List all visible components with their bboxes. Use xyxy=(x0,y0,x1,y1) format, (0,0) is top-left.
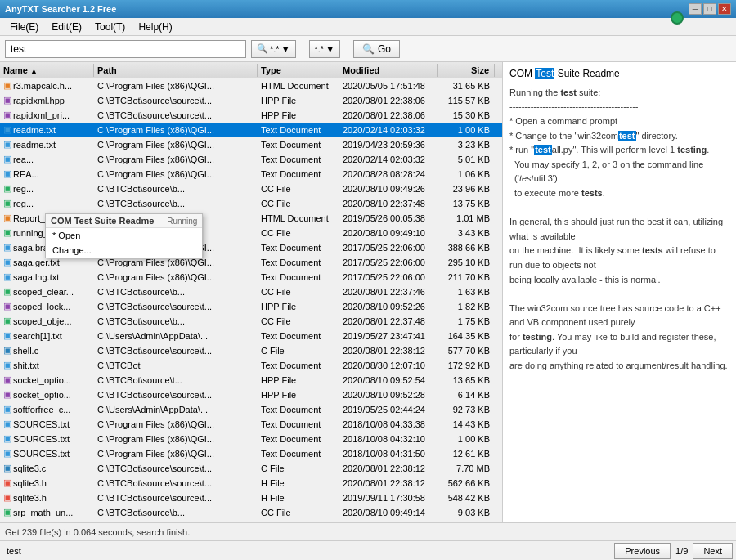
cell-size: 12.61 KB xyxy=(438,448,495,459)
maximize-button[interactable]: □ xyxy=(703,3,716,15)
cell-modified: 2020/08/10 09:49:14 xyxy=(339,507,438,518)
table-row[interactable]: ▣ search[1].txt C:\Users\Admin\AppData\.… xyxy=(0,329,502,343)
cell-type: H File xyxy=(258,522,339,523)
filter-button[interactable]: 🔍 *.* ▼ xyxy=(251,40,296,58)
cell-type: Text Document xyxy=(258,242,339,253)
menu-edit[interactable]: Edit(E) xyxy=(45,20,88,34)
cell-type: Text Document xyxy=(258,448,339,459)
table-row[interactable]: ▣ sqlite3.c C:\BTCBot\source\source\t...… xyxy=(0,461,502,476)
cell-size: 6.14 KB xyxy=(438,389,495,401)
col-header-type[interactable]: Type xyxy=(258,64,339,77)
table-row[interactable]: ▣ socket_optio... C:\BTCBot\source\t... … xyxy=(0,373,502,388)
cell-size: 3.31 KB xyxy=(438,522,495,523)
minimize-button[interactable]: ─ xyxy=(689,3,702,15)
search-go-button[interactable]: 🔍 Go xyxy=(353,40,400,58)
cell-modified: 2020/08/10 22:37:48 xyxy=(339,198,438,209)
file-type-icon: ▣ xyxy=(3,168,11,179)
table-row[interactable]: ▣ scoped_clear... C:\BTCBot\source\b... … xyxy=(0,284,502,299)
cell-modified: 2020/08/01 22:37:48 xyxy=(339,316,438,327)
cell-modified: 2017/05/25 22:06:00 xyxy=(339,271,438,283)
menu-tool[interactable]: Tool(T) xyxy=(88,20,132,34)
table-row[interactable]: ▣ shell.c C:\BTCBot\source\source\t... C… xyxy=(0,343,502,358)
cell-type: Text Document xyxy=(258,433,339,445)
cell-name: ▣ sqlite3.h xyxy=(0,491,94,504)
table-row[interactable]: ▣ reg... C:\BTCBot\source\b... CC File 2… xyxy=(0,196,502,211)
next-button[interactable]: Next xyxy=(693,543,733,559)
table-row[interactable]: ▣ shit.txt C:\BTCBot Text Document 2020/… xyxy=(0,358,502,373)
cell-modified: 2020/08/01 22:37:46 xyxy=(339,286,438,298)
cell-name: ▣ rapidxml.hpp xyxy=(0,94,94,106)
cell-path: C:\BTCBot\source\t... xyxy=(94,374,258,386)
col-header-size[interactable]: Size xyxy=(438,64,495,77)
cell-size: 3.43 KB xyxy=(438,227,495,239)
file-type-icon: ▣ xyxy=(3,507,11,517)
table-header: Name ▲ Path Type Modified Size xyxy=(0,62,502,78)
cell-name: ▣ reg... xyxy=(0,197,94,209)
cell-size: 9.03 KB xyxy=(438,507,495,518)
cell-size: 295.10 KB xyxy=(438,257,495,268)
menu-bar: File(E) Edit(E) Tool(T) Help(H) xyxy=(0,18,736,36)
cell-size: 211.70 KB xyxy=(438,271,495,283)
file-type-icon: ▣ xyxy=(3,183,11,194)
wildcard-button[interactable]: *.* ▼ xyxy=(309,40,341,58)
table-row[interactable]: ▣ sqlite3.h C:\BTCBot\source\source\t...… xyxy=(0,491,502,505)
cell-size: 13.75 KB xyxy=(438,198,495,209)
cell-size: 388.66 KB xyxy=(438,242,495,253)
table-row[interactable]: ▣ softforfree_c... C:\Users\Admin\AppDat… xyxy=(0,402,502,417)
table-row[interactable]: ▣ SOURCES.txt C:\Program Files (x86)\QGI… xyxy=(0,446,502,461)
file-type-icon: ▣ xyxy=(3,389,11,400)
table-row[interactable]: ▣ rapidxml.hpp C:\BTCBot\source\source\t… xyxy=(0,93,502,108)
file-type-icon: ▣ xyxy=(3,227,11,238)
table-row[interactable]: ▣ saga.lng.txt C:\Program Files (x86)\QG… xyxy=(0,270,502,284)
table-row[interactable]: ▣ readme.txt C:\Program Files (x86)\QGI.… xyxy=(0,123,502,137)
cell-size: 23.96 KB xyxy=(438,183,495,195)
cell-size: 1.63 KB xyxy=(438,286,495,298)
table-row[interactable]: ▣ readme.txt C:\Program Files (x86)\QGI.… xyxy=(0,137,502,152)
filter-arrow-icon: ▼ xyxy=(281,44,290,54)
cell-type: CC File xyxy=(258,227,339,239)
table-row[interactable]: ▣ srp_math_un... C:\BTCBot\source\b... C… xyxy=(0,505,502,520)
table-row[interactable]: ▣ reg... C:\BTCBot\source\b... CC File 2… xyxy=(0,181,502,196)
table-row[interactable]: ▣ scoped_lock... C:\BTCBot\source\source… xyxy=(0,299,502,314)
table-row[interactable]: ▣ rapidxml_pri... C:\BTCBot\source\sourc… xyxy=(0,108,502,123)
cell-type: CC File xyxy=(258,507,339,518)
cell-type: HPP File xyxy=(258,389,339,401)
table-row[interactable]: ▣ socket_optio... C:\BTCBot\source\sourc… xyxy=(0,388,502,402)
file-type-icon: ▣ xyxy=(3,448,11,459)
file-type-icon: ▣ xyxy=(3,316,11,326)
cell-name: ▣ readme.txt xyxy=(0,123,94,136)
cell-name: ▣ sqlite3.c xyxy=(0,462,94,474)
col-header-name[interactable]: Name ▲ xyxy=(0,64,94,77)
search-input[interactable] xyxy=(5,40,246,58)
menu-file[interactable]: File(E) xyxy=(3,20,45,34)
table-row[interactable]: ▣ REA... C:\Program Files (x86)\QGI... T… xyxy=(0,167,502,181)
cell-type: HPP File xyxy=(258,95,339,106)
col-header-modified[interactable]: Modified xyxy=(339,64,438,77)
cell-modified: 2020/08/01 22:38:06 xyxy=(339,95,438,106)
table-row[interactable]: ▣ SOURCES.txt C:\Program Files (x86)\QGI… xyxy=(0,432,502,446)
cell-size: 3.23 KB xyxy=(438,139,495,150)
cell-type: C File xyxy=(258,463,339,474)
col-header-path[interactable]: Path xyxy=(94,64,258,77)
cell-modified: 2020/08/01 22:38:12 xyxy=(339,345,438,356)
close-button[interactable]: ✕ xyxy=(718,3,731,15)
table-row[interactable]: ▣ scoped_obje... C:\BTCBot\source\b... C… xyxy=(0,314,502,329)
cell-name: ▣ socket_optio... xyxy=(0,374,94,386)
table-row[interactable]: ▣ stats_serialze... C:\Program Files (x8… xyxy=(0,520,502,522)
table-row[interactable]: ▣ SOURCES.txt C:\Program Files (x86)\QGI… xyxy=(0,417,502,432)
cell-name: ▣ sqlite3.h xyxy=(0,477,94,489)
cell-modified: 2017/05/25 22:06:00 xyxy=(339,257,438,268)
context-menu-item-open[interactable]: * Open xyxy=(46,228,202,243)
cell-name: ▣ saga.lng.txt xyxy=(0,271,94,283)
cell-path: C:\BTCBot\source\source\t... xyxy=(94,389,258,401)
menu-help[interactable]: Help(H) xyxy=(132,20,178,34)
cell-size: 31.65 KB xyxy=(438,80,495,92)
table-row[interactable]: ▣ rea... C:\Program Files (x86)\QGI... T… xyxy=(0,152,502,167)
table-row[interactable]: ▣ r3.mapcalc.h... C:\Program Files (x86)… xyxy=(0,78,502,93)
context-menu-item-change[interactable]: Change... xyxy=(46,243,202,258)
table-row[interactable]: ▣ sqlite3.h C:\BTCBot\source\source\t...… xyxy=(0,476,502,491)
file-type-icon: ▣ xyxy=(3,110,11,120)
window-controls: ─ □ ✕ xyxy=(689,3,731,15)
previous-button[interactable]: Previous xyxy=(614,543,671,559)
file-list[interactable]: ▣ r3.mapcalc.h... C:\Program Files (x86)… xyxy=(0,78,502,522)
